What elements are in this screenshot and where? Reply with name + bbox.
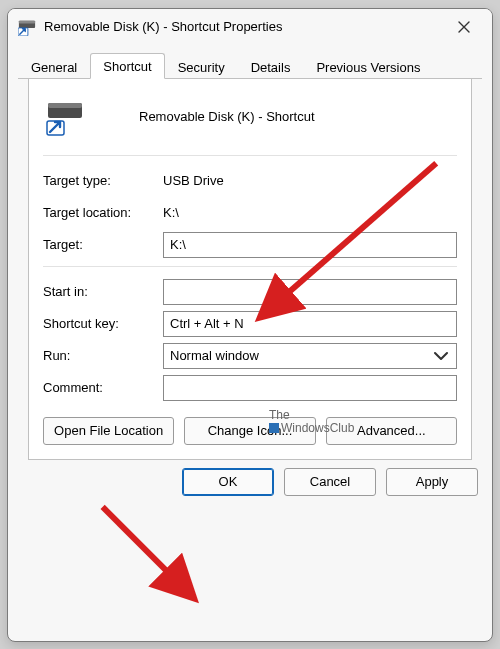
- window-title: Removable Disk (K) - Shortcut Properties: [44, 19, 442, 34]
- drive-shortcut-large-icon: [45, 97, 85, 137]
- target-type-value: USB Drive: [163, 173, 457, 188]
- title-bar: Removable Disk (K) - Shortcut Properties: [8, 9, 492, 45]
- open-file-location-button[interactable]: Open File Location: [43, 417, 174, 445]
- tab-security[interactable]: Security: [165, 54, 238, 79]
- drive-shortcut-icon: [18, 18, 36, 36]
- properties-dialog: Removable Disk (K) - Shortcut Properties…: [7, 8, 493, 642]
- svg-rect-1: [19, 20, 35, 23]
- svg-rect-4: [48, 103, 82, 108]
- change-icon-button[interactable]: Change Icon...: [184, 417, 315, 445]
- tabs-container: General Shortcut Security Details Previo…: [8, 45, 492, 468]
- separator: [43, 266, 457, 267]
- target-location-label: Target location:: [43, 205, 163, 220]
- close-icon: [458, 21, 470, 33]
- run-select[interactable]: Normal window: [163, 343, 457, 369]
- shortcut-name: Removable Disk (K) - Shortcut: [139, 109, 315, 124]
- comment-input[interactable]: [163, 375, 457, 401]
- row-target-type: Target type: USB Drive: [43, 166, 457, 196]
- run-value: Normal window: [170, 348, 259, 363]
- separator: [43, 155, 457, 156]
- start-in-input[interactable]: [163, 279, 457, 305]
- tab-details[interactable]: Details: [238, 54, 304, 79]
- file-actions: Open File Location Change Icon... Advanc…: [43, 417, 457, 445]
- tab-previous-versions[interactable]: Previous Versions: [303, 54, 433, 79]
- tabstrip: General Shortcut Security Details Previo…: [18, 51, 482, 79]
- close-button[interactable]: [442, 12, 486, 42]
- shortcut-panel: Removable Disk (K) - Shortcut Target typ…: [28, 79, 472, 460]
- cancel-button[interactable]: Cancel: [284, 468, 376, 496]
- row-run: Run: Normal window: [43, 341, 457, 371]
- target-type-label: Target type:: [43, 173, 163, 188]
- start-in-label: Start in:: [43, 284, 163, 299]
- tab-label: General: [31, 60, 77, 75]
- apply-button[interactable]: Apply: [386, 468, 478, 496]
- dialog-buttons: OK Cancel Apply: [8, 468, 492, 510]
- shortcut-header: Removable Disk (K) - Shortcut: [45, 97, 457, 137]
- row-comment: Comment:: [43, 373, 457, 403]
- row-target: Target:: [43, 230, 457, 260]
- row-target-location: Target location: K:\: [43, 198, 457, 228]
- tab-label: Security: [178, 60, 225, 75]
- row-start-in: Start in:: [43, 277, 457, 307]
- chevron-down-icon: [432, 347, 450, 365]
- target-input[interactable]: [163, 232, 457, 258]
- shortcut-key-input[interactable]: [163, 311, 457, 337]
- button-label: Apply: [416, 474, 449, 489]
- run-label: Run:: [43, 348, 163, 363]
- shortcut-key-label: Shortcut key:: [43, 316, 163, 331]
- button-label: Change Icon...: [208, 423, 293, 438]
- tab-label: Details: [251, 60, 291, 75]
- row-shortcut-key: Shortcut key:: [43, 309, 457, 339]
- button-label: Cancel: [310, 474, 350, 489]
- target-location-value: K:\: [163, 205, 457, 220]
- tab-label: Shortcut: [103, 59, 151, 74]
- ok-button[interactable]: OK: [182, 468, 274, 496]
- tab-shortcut[interactable]: Shortcut: [90, 53, 164, 79]
- arrow-to-ok: [103, 506, 193, 596]
- tab-general[interactable]: General: [18, 54, 90, 79]
- comment-label: Comment:: [43, 380, 163, 395]
- button-label: Advanced...: [357, 423, 426, 438]
- tab-label: Previous Versions: [316, 60, 420, 75]
- button-label: Open File Location: [54, 423, 163, 438]
- advanced-button[interactable]: Advanced...: [326, 417, 457, 445]
- button-label: OK: [219, 474, 238, 489]
- target-label: Target:: [43, 237, 163, 252]
